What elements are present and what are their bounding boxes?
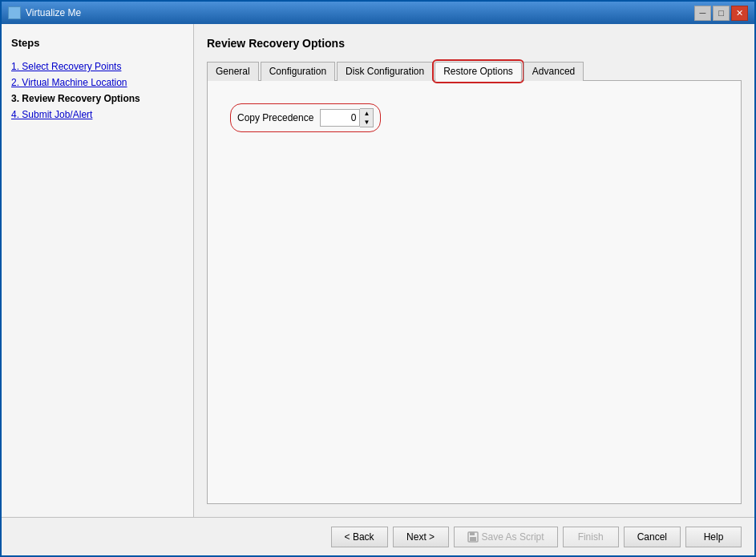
tab-advanced[interactable]: Advanced	[524, 62, 584, 81]
back-button[interactable]: < Back	[331, 527, 388, 547]
sidebar-heading: Steps	[11, 37, 184, 49]
finish-button[interactable]: Finish	[563, 527, 619, 547]
tabs-container: General Configuration Disk Configuration…	[207, 61, 742, 81]
sidebar-item-step2[interactable]: 2. Virtual Machine Location	[11, 75, 184, 91]
cancel-button[interactable]: Cancel	[624, 527, 681, 547]
spinbox-buttons: ▲ ▼	[360, 108, 374, 127]
tab-restore-options[interactable]: Restore Options	[435, 62, 522, 81]
minimize-button[interactable]: ─	[694, 6, 711, 21]
sidebar-item-step1[interactable]: 1. Select Recovery Points	[11, 59, 184, 75]
title-bar: Virtualize Me ─ □ ✕	[2, 2, 754, 24]
svg-rect-2	[470, 537, 476, 541]
spinbox-up-button[interactable]: ▲	[360, 109, 373, 118]
window-controls: ─ □ ✕	[694, 6, 748, 21]
close-button[interactable]: ✕	[731, 6, 748, 21]
help-button[interactable]: Help	[685, 527, 742, 547]
app-icon	[8, 6, 21, 19]
save-script-button[interactable]: Save As Script	[454, 527, 558, 547]
spinbox-down-button[interactable]: ▼	[360, 118, 373, 127]
svg-rect-1	[470, 532, 475, 535]
content-area: Steps 1. Select Recovery Points 2. Virtu…	[2, 24, 754, 517]
maximize-button[interactable]: □	[713, 6, 730, 21]
main-window: Virtualize Me ─ □ ✕ Steps 1. Select Reco…	[0, 0, 756, 557]
sidebar-item-step3: 3. Review Recovery Options	[11, 91, 184, 107]
restore-options-content: Copy Precedence ▲ ▼	[220, 94, 728, 150]
copy-precedence-input[interactable]	[320, 109, 360, 127]
window-title: Virtualize Me	[26, 7, 81, 18]
copy-precedence-spinbox: ▲ ▼	[320, 108, 374, 127]
sidebar-item-step4[interactable]: 4. Submit Job/Alert	[11, 107, 184, 123]
copy-precedence-label: Copy Precedence	[237, 112, 313, 123]
save-script-label: Save As Script	[482, 531, 544, 543]
sidebar: Steps 1. Select Recovery Points 2. Virtu…	[2, 24, 194, 517]
next-button[interactable]: Next >	[393, 527, 449, 547]
tab-disk-configuration[interactable]: Disk Configuration	[337, 62, 433, 81]
bottom-bar: < Back Next > Save As Script Finish Canc…	[2, 517, 754, 555]
copy-precedence-row: Copy Precedence ▲ ▼	[230, 103, 381, 132]
tab-general[interactable]: General	[207, 62, 259, 81]
tab-configuration[interactable]: Configuration	[261, 62, 335, 81]
main-panel: Review Recovery Options General Configur…	[194, 24, 754, 517]
save-script-icon	[467, 531, 479, 543]
panel-title: Review Recovery Options	[207, 37, 742, 50]
tab-content-restore-options: Copy Precedence ▲ ▼	[207, 81, 742, 504]
